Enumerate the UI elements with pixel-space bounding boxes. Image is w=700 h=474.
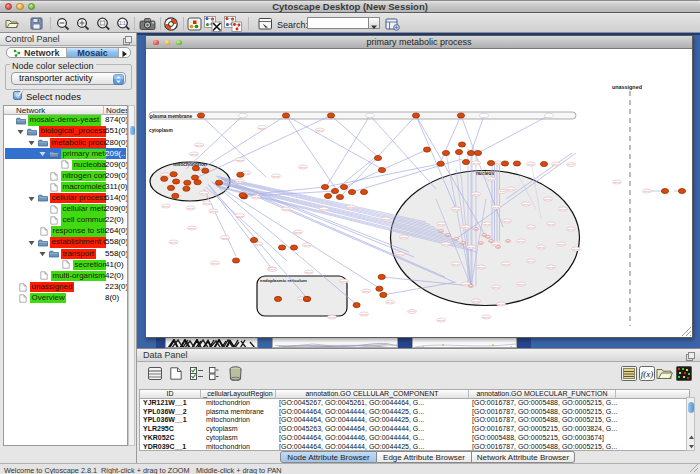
svg-text:xxx-xx: xxx-xx [269,268,277,271]
svg-text:xxx-xx: xxx-xx [558,243,566,246]
svg-text:xxx-xx: xxx-xx [528,260,536,263]
svg-text:xxx-xx: xxx-xx [443,243,451,246]
svg-text:xxx-xx: xxx-xx [401,236,409,239]
svg-text:xxx-xx: xxx-xx [397,253,405,256]
svg-text:xxx-xx: xxx-xx [189,227,197,230]
svg-text:xxx-xx: xxx-xx [387,301,395,304]
svg-text:xxx-xx: xxx-xx [528,163,536,166]
svg-text:mitochondrion: mitochondrion [173,162,207,167]
svg-text:xxx-xx: xxx-xx [236,180,244,183]
svg-text:xxx-xx: xxx-xx [499,190,507,193]
svg-text:xxx-xx: xxx-xx [317,129,325,132]
svg-text:xxx-xx: xxx-xx [560,208,568,211]
svg-text:xxx-xx: xxx-xx [495,162,503,165]
svg-text:xxx-xx: xxx-xx [304,244,312,247]
svg-text:xxx-xx: xxx-xx [222,237,230,240]
svg-text:xxx-xx: xxx-xx [508,188,516,191]
svg-text:xxx-xx: xxx-xx [321,208,329,211]
svg-text:xxx-xx: xxx-xx [553,163,561,166]
svg-text:xxx-xx: xxx-xx [237,215,245,218]
svg-text:xxx-xx: xxx-xx [409,310,417,313]
svg-text:xxx-xx: xxx-xx [493,206,501,209]
svg-text:xxx-xx: xxx-xx [545,198,553,201]
svg-text:xxx-xx: xxx-xx [504,220,512,223]
svg-text:xxx-xx: xxx-xx [204,202,212,205]
svg-text:xxx-xx: xxx-xx [237,159,245,162]
svg-text:xxx-xx: xxx-xx [473,193,481,196]
svg-text:xxx-xx: xxx-xx [573,248,581,251]
svg-text:plasma membrane: plasma membrane [150,114,192,119]
svg-text:xxx-xx: xxx-xx [478,266,486,269]
svg-text:xxx-xx: xxx-xx [473,162,481,165]
svg-text:xxx-xx: xxx-xx [363,290,371,293]
svg-text:f(x): f(x) [641,369,654,379]
svg-text:xxx-xx: xxx-xx [503,263,511,266]
svg-text:xxx-xx: xxx-xx [306,271,314,274]
svg-text:xxx-xx: xxx-xx [453,263,461,266]
svg-text:xxx-xx: xxx-xx [341,280,349,283]
svg-text:xxx-xx: xxx-xx [528,226,536,229]
svg-text:unassigned: unassigned [612,84,642,90]
svg-text:xxx-xx: xxx-xx [488,178,496,181]
svg-text:xxx-xx: xxx-xx [187,207,195,210]
svg-text:xxx-xx: xxx-xx [283,208,291,211]
svg-text:xxx-xx: xxx-xx [484,223,492,226]
svg-text:xxx-xx: xxx-xx [483,316,491,319]
svg-text:xxx-xx: xxx-xx [259,127,267,130]
svg-text:xxx-xx: xxx-xx [468,246,476,249]
svg-text:xxx-xx: xxx-xx [568,163,576,166]
svg-text:xxx-xx: xxx-xx [210,210,218,213]
svg-text:xxx-xx: xxx-xx [438,319,446,322]
svg-text:endoplasmic reticulum: endoplasmic reticulum [260,278,307,283]
svg-text:xxx-xx: xxx-xx [191,153,199,156]
svg-text:xxx-xx: xxx-xx [196,144,204,147]
svg-text:xxx-xx: xxx-xx [361,313,369,316]
svg-text:xxx-xx: xxx-xx [538,246,546,249]
svg-text:xxx-xx: xxx-xx [163,205,171,208]
svg-text:xxx-xx: xxx-xx [329,316,337,319]
svg-text:xxx-xx: xxx-xx [463,226,471,229]
svg-text:xxx-xx: xxx-xx [383,218,391,221]
svg-text:cytoplasm: cytoplasm [149,128,173,133]
svg-text:xxx-xx: xxx-xx [253,196,261,199]
svg-text:xxx-xx: xxx-xx [644,190,652,193]
svg-text:xxx-xx: xxx-xx [518,283,526,286]
svg-text:xxx-xx: xxx-xx [273,175,281,178]
svg-text:xxx-xx: xxx-xx [300,166,308,169]
svg-text:xxx-xx: xxx-xx [493,286,501,289]
svg-text:xxx-xx: xxx-xx [568,228,576,231]
svg-text:xxx-xx: xxx-xx [473,300,481,303]
svg-text:xxx-xx: xxx-xx [548,266,556,269]
svg-text:xxx-xx: xxx-xx [523,203,531,206]
svg-text:xxx-xx: xxx-xx [548,223,556,226]
svg-text:xxx-xx: xxx-xx [518,240,526,243]
svg-text:xxx-xx: xxx-xx [438,223,446,226]
svg-text:xxx-xx: xxx-xx [170,241,178,244]
svg-text:xxx-xx: xxx-xx [348,206,356,209]
svg-text:xxx-xx: xxx-xx [295,231,303,234]
svg-text:xxx-xx: xxx-xx [453,208,461,211]
svg-text:xxx-xx: xxx-xx [212,262,220,265]
svg-text:xxx-xx: xxx-xx [498,303,506,306]
svg-text:xxx-xx: xxx-xx [614,181,622,184]
svg-text:xxx-xx: xxx-xx [201,192,209,195]
svg-text:xxx-xx: xxx-xx [255,243,263,246]
svg-text:1:1: 1:1 [119,21,126,26]
